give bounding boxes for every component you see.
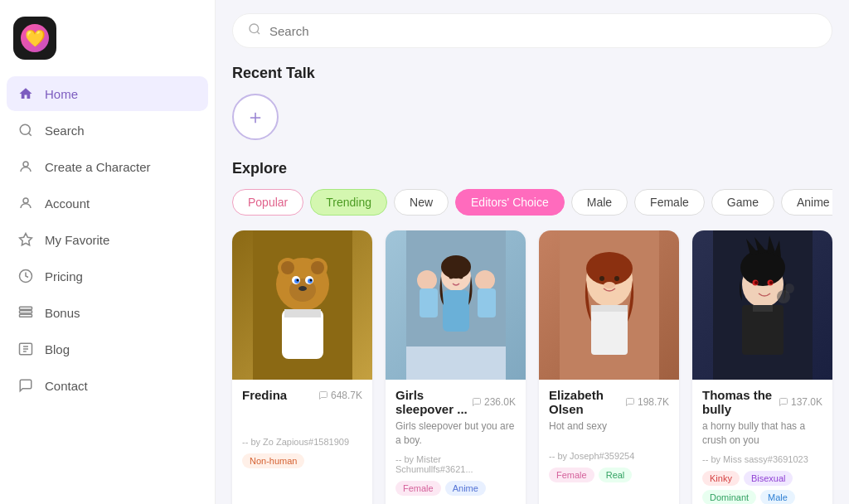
svg-point-9 [250, 24, 259, 33]
svg-point-14 [281, 261, 294, 274]
card-thomas-author: -- by Miss sassy#3691023 [702, 454, 822, 464]
svg-point-23 [298, 286, 307, 291]
svg-point-0 [20, 124, 30, 134]
sidebar-item-account[interactable]: Account [7, 186, 208, 220]
svg-point-22 [309, 279, 312, 282]
explore-section: Explore Popular Trending New Editors' Ch… [232, 160, 832, 504]
svg-point-34 [475, 270, 495, 290]
filter-popular[interactable]: Popular [232, 189, 303, 216]
card-girls-likes: 236.0K [472, 396, 516, 408]
card-girls-name-row: Girls sleepover ... 236.0K [395, 388, 516, 416]
logo-heart: 💛 [21, 24, 49, 52]
tag-female-2: Female [549, 468, 594, 482]
card-elizabeth-desc: Hot and sexy [549, 419, 669, 444]
sidebar-item-create-label: Create a Character [45, 160, 151, 174]
bonus-icon [17, 303, 35, 322]
sidebar-item-favorite-label: My Favorite [45, 233, 109, 247]
svg-point-56 [769, 281, 773, 284]
sidebar-item-blog[interactable]: Blog [7, 332, 208, 366]
home-icon [17, 85, 35, 103]
card-elizabeth-likes: 198.7K [625, 396, 669, 408]
svg-point-31 [458, 275, 463, 279]
card-thomas-tags: Kinky Bisexual Dominant Male Anime [702, 471, 822, 504]
card-fredina-image [232, 230, 372, 380]
svg-point-1 [23, 162, 28, 167]
filter-editors-choice[interactable]: Editors' Choice [455, 189, 565, 216]
filter-game[interactable]: Game [711, 189, 774, 216]
svg-rect-58 [753, 305, 773, 312]
card-fredina-name: Fredina [242, 388, 287, 402]
card-girls-image [386, 230, 526, 380]
card-thomas-body: Thomas the bully 137.0K a horny bully th… [692, 380, 832, 504]
sidebar-nav: Home Search Create a Character Account M [0, 76, 215, 403]
card-elizabeth-body: Elizabeth Olsen 198.7K Hot and sexy -- b… [539, 380, 679, 492]
sidebar-item-home[interactable]: Home [7, 76, 208, 111]
card-girls-desc: Girls sleepover but you are a boy. [395, 419, 516, 448]
svg-point-42 [604, 282, 615, 288]
svg-point-41 [614, 276, 619, 281]
svg-rect-44 [591, 305, 628, 312]
svg-rect-25 [284, 309, 321, 317]
svg-point-30 [449, 275, 453, 279]
svg-rect-43 [591, 305, 628, 355]
sidebar-item-create[interactable]: Create a Character [7, 149, 208, 184]
svg-point-32 [417, 270, 437, 290]
filter-new[interactable]: New [394, 189, 449, 216]
svg-point-15 [311, 261, 324, 274]
sidebar-item-contact-label: Contact [45, 379, 88, 393]
add-chat-button[interactable]: ＋ [232, 94, 279, 140]
search-bar[interactable] [232, 13, 832, 48]
card-fredina-tags: Non-human [242, 453, 362, 468]
svg-point-29 [441, 255, 471, 279]
svg-rect-57 [742, 305, 784, 355]
tag-anime: Anime [445, 481, 486, 496]
sidebar-item-account-label: Account [45, 196, 90, 211]
sidebar-item-pricing[interactable]: Pricing [7, 259, 208, 293]
card-elizabeth[interactable]: Elizabeth Olsen 198.7K Hot and sexy -- b… [539, 230, 679, 504]
svg-point-39 [586, 252, 633, 285]
recent-talk-title: Recent Talk [232, 65, 832, 82]
tag-female: Female [395, 481, 441, 496]
svg-point-2 [23, 198, 28, 203]
sidebar-item-contact[interactable]: Contact [7, 368, 208, 403]
card-girls-name: Girls sleepover ... [395, 388, 472, 416]
tag-male: Male [760, 490, 795, 504]
card-thomas[interactable]: Thomas the bully 137.0K a horny bully th… [692, 230, 832, 504]
card-elizabeth-name-row: Elizabeth Olsen 198.7K [549, 388, 669, 416]
svg-rect-35 [478, 288, 496, 317]
filter-anime[interactable]: Anime [781, 189, 832, 216]
card-fredina-author: -- by Zo Zapious#1581909 [242, 437, 362, 447]
search-input[interactable] [269, 24, 817, 38]
card-fredina-name-row: Fredina 648.7K [242, 388, 362, 402]
sidebar-item-pricing-label: Pricing [45, 269, 83, 284]
card-girls-sleepover[interactable]: Girls sleepover ... 236.0K Girls sleepov… [386, 230, 526, 504]
contact-icon [17, 376, 35, 395]
tag-dominant: Dominant [702, 490, 756, 504]
sidebar-item-blog-label: Blog [45, 342, 70, 356]
card-thomas-image [692, 230, 832, 380]
sidebar-item-search-label: Search [45, 124, 85, 138]
card-thomas-name-row: Thomas the bully 137.0K [702, 388, 822, 416]
sidebar-item-bonus-label: Bonus [45, 306, 80, 320]
svg-point-40 [599, 276, 604, 281]
svg-point-21 [296, 279, 298, 282]
svg-rect-6 [20, 311, 32, 313]
filter-trending[interactable]: Trending [310, 189, 387, 216]
svg-rect-5 [20, 307, 32, 309]
explore-title: Explore [232, 160, 832, 177]
sidebar-item-search[interactable]: Search [7, 113, 208, 148]
favorite-icon [17, 230, 35, 249]
svg-rect-33 [420, 288, 438, 317]
cards-grid: Fredina 648.7K -- by Zo Zapious#1581909 … [232, 230, 832, 504]
svg-rect-7 [20, 314, 32, 317]
card-thomas-likes: 137.0K [779, 396, 822, 408]
filter-female[interactable]: Female [634, 189, 705, 216]
search-icon [248, 22, 261, 39]
svg-rect-36 [406, 346, 506, 380]
tag-real: Real [599, 468, 633, 482]
sidebar-item-favorite[interactable]: My Favorite [7, 222, 208, 257]
sidebar-item-home-label: Home [45, 87, 78, 101]
filter-male[interactable]: Male [571, 189, 628, 216]
card-fredina[interactable]: Fredina 648.7K -- by Zo Zapious#1581909 … [232, 230, 372, 504]
sidebar-item-bonus[interactable]: Bonus [7, 295, 208, 330]
